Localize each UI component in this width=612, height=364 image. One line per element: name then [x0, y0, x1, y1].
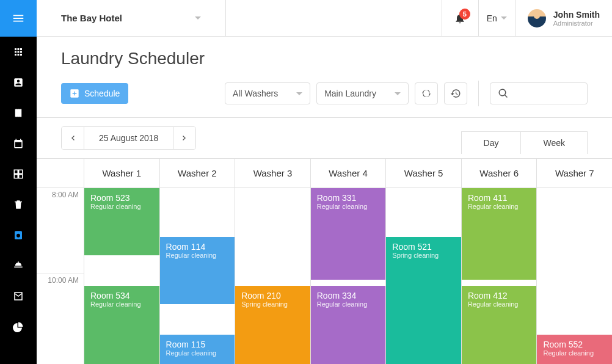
washer-filter[interactable]: All Washers: [225, 82, 310, 104]
event-type: Regular cleaning: [90, 300, 153, 308]
washer-header: Washer 4: [311, 159, 386, 188]
current-date[interactable]: 25 August 2018: [84, 127, 173, 149]
calendar-icon: [13, 138, 24, 149]
nav-trash[interactable]: [0, 189, 37, 220]
rooms-icon: [13, 169, 24, 180]
event-type: Spring cleaning: [392, 252, 455, 259]
washer-column: Washer 3Room 210Spring cleaning: [235, 159, 311, 364]
schedule-event[interactable]: Room 334Regular cleaning: [311, 286, 386, 364]
schedule-event[interactable]: Room 534Regular cleaning: [84, 286, 159, 364]
event-room: Room 411: [468, 193, 531, 203]
plus-icon: [70, 89, 79, 98]
washer-column: Washer 1Room 523Regular cleaningRoom 534…: [84, 159, 160, 364]
mail-icon: [13, 291, 24, 302]
schedule-event[interactable]: Room 115Regular cleaning: [160, 335, 235, 364]
view-tabs: Day Week: [461, 131, 588, 145]
nav-dining[interactable]: [0, 250, 37, 281]
schedule-button[interactable]: Schedule: [61, 83, 128, 104]
nav-rooms[interactable]: [0, 159, 37, 189]
event-type: Regular cleaning: [468, 300, 531, 308]
nav-mail[interactable]: [0, 281, 37, 311]
notifications-button[interactable]: 5: [442, 0, 478, 37]
hotel-selector[interactable]: The Bay Hotel: [37, 0, 226, 37]
hamburger-icon: [12, 12, 25, 25]
schedule-event[interactable]: Room 412Regular cleaning: [462, 286, 537, 364]
sidebar: [0, 0, 37, 364]
schedule-event[interactable]: Room 552Regular cleaning: [537, 335, 612, 364]
page-title: Laundry Scheduler: [61, 49, 588, 68]
date-navigation: 25 August 2018 Day Week: [37, 118, 612, 159]
date-group: 25 August 2018: [61, 126, 196, 150]
grid-icon: [13, 46, 24, 57]
washer-column: Washer 2Room 114Regular cleaningRoom 115…: [160, 159, 236, 364]
tab-week[interactable]: Week: [521, 131, 588, 154]
nav-laundry[interactable]: [0, 220, 37, 250]
language-selector[interactable]: En: [478, 0, 515, 37]
washer-column: Washer 4Room 331Regular cleaningRoom 334…: [311, 159, 387, 364]
washer-header: Washer 2: [160, 159, 235, 188]
schedule-event[interactable]: Room 521Spring cleaning: [386, 237, 461, 364]
receipt-icon: [13, 107, 24, 118]
schedule-event[interactable]: Room 210Spring cleaning: [235, 286, 310, 364]
washer-column: Washer 7Room 552Regular cleaning: [537, 159, 612, 364]
washer-header: Washer 5: [386, 159, 461, 188]
contact-icon: [13, 77, 24, 88]
washer-body[interactable]: Room 523Regular cleaningRoom 534Regular …: [84, 188, 159, 364]
schedule-button-label: Schedule: [84, 89, 120, 98]
washer-body[interactable]: Room 411Regular cleaningRoom 412Regular …: [462, 188, 537, 364]
event-room: Room 331: [317, 193, 380, 203]
schedule-event[interactable]: Room 523Regular cleaning: [84, 188, 159, 255]
washer-column: Washer 6Room 411Regular cleaningRoom 412…: [462, 159, 537, 364]
washer-header: Washer 6: [462, 159, 537, 188]
washer-body[interactable]: Room 552Regular cleaning: [537, 188, 612, 364]
washer-body[interactable]: Room 331Regular cleaningRoom 334Regular …: [311, 188, 386, 364]
caret-down-icon: [395, 92, 401, 95]
nav-receipts[interactable]: [0, 98, 37, 128]
washer-body[interactable]: Room 114Regular cleaningRoom 115Regular …: [160, 188, 235, 364]
history-button[interactable]: [444, 82, 467, 104]
svg-point-1: [16, 234, 20, 238]
schedule-event[interactable]: Room 331Regular cleaning: [311, 188, 386, 280]
nav-calendar[interactable]: [0, 128, 37, 159]
schedule-event[interactable]: Room 411Regular cleaning: [462, 188, 537, 280]
user-menu[interactable]: John Smith Administrator: [515, 0, 612, 37]
nav-reports[interactable]: [0, 311, 37, 342]
event-type: Regular cleaning: [166, 252, 229, 259]
laundry-icon: [13, 230, 24, 241]
scheduler-grid: Washer 1Room 523Regular cleaningRoom 534…: [84, 159, 612, 364]
washer-header: Washer 3: [235, 159, 310, 188]
event-room: Room 523: [90, 193, 153, 203]
location-filter[interactable]: Main Laundry: [316, 82, 409, 104]
event-room: Room 412: [468, 291, 531, 300]
washer-body[interactable]: Room 210Spring cleaning: [235, 188, 310, 364]
scheduler: 8:00 AM10:00 AM Washer 1Room 523Regular …: [37, 159, 612, 364]
refresh-button[interactable]: [415, 82, 438, 104]
nav-apps[interactable]: [0, 37, 37, 67]
tab-day[interactable]: Day: [461, 131, 522, 154]
next-date-button[interactable]: [173, 127, 195, 149]
trash-icon: [13, 199, 24, 210]
search-input[interactable]: [490, 82, 588, 104]
event-type: Regular cleaning: [317, 300, 380, 308]
event-type: Spring cleaning: [241, 300, 304, 308]
user-role: Administrator: [553, 20, 600, 27]
page-header: Laundry Scheduler: [37, 37, 612, 76]
language-label: En: [487, 13, 497, 23]
main-menu-button[interactable]: [0, 0, 37, 37]
schedule-event[interactable]: Room 114Regular cleaning: [160, 237, 235, 304]
time-label: 10:00 AM: [37, 274, 84, 364]
nav-contacts[interactable]: [0, 67, 37, 98]
event-type: Regular cleaning: [90, 203, 153, 210]
chevron-right-icon: [180, 133, 189, 143]
event-room: Room 552: [543, 340, 606, 349]
notification-badge: 5: [459, 9, 470, 20]
time-label: 8:00 AM: [37, 188, 84, 274]
history-icon: [450, 88, 461, 99]
prev-date-button[interactable]: [62, 127, 84, 149]
event-type: Regular cleaning: [166, 349, 229, 357]
event-room: Room 114: [166, 242, 229, 252]
caret-down-icon: [195, 16, 201, 20]
dining-icon: [13, 260, 24, 271]
toolbar: Schedule All Washers Main Laundry: [37, 76, 612, 118]
washer-body[interactable]: Room 521Spring cleaning: [386, 188, 461, 364]
